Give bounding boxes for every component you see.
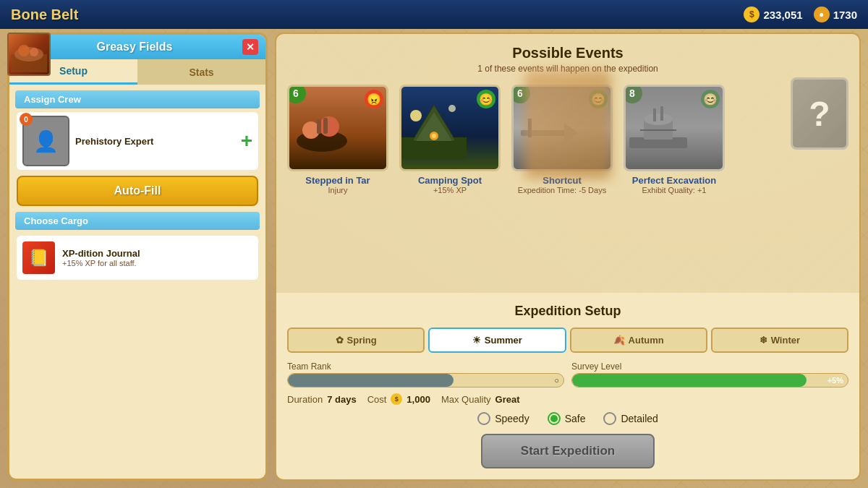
survey-level-container: Survey Level +5% [571,361,848,388]
svg-rect-8 [323,118,328,134]
event-image-tar: 6 😠 [287,85,388,171]
gold-resource: $ 233,051 [744,7,802,22]
event-smiley-excavation: 😊 [701,90,720,108]
expedition-info-row: Duration 7 days Cost $ 1,000 Max Quality… [287,393,848,405]
max-quality-value: Great [495,394,520,405]
autumn-icon: 🍂 [613,335,625,346]
top-bar: Bone Belt $ 233,051 ● 1730 [0,0,868,29]
resource-display: $ 233,051 ● 1730 [744,7,857,22]
summer-label: Summer [485,335,522,346]
speedy-label: Speedy [495,413,529,424]
detailed-radio [603,412,616,425]
crew-slot: 👤 0 [22,116,69,166]
team-rank-bar: ○ [287,373,564,388]
close-panel-button[interactable]: ✕ [242,39,258,55]
event-image-camping: 😊 [399,85,501,171]
crew-avatar-icon: 👤 [33,129,59,153]
safe-label: Safe [565,413,586,424]
cost-value: 1,000 [407,394,430,405]
event-name-tar: Stepped in Tar [287,175,388,186]
main-area: Possible Events 1 of these events will h… [275,33,861,481]
svg-rect-7 [317,119,321,134]
crew-row: 👤 0 Prehistory Expert + [17,112,258,170]
team-rank-fill [288,374,454,387]
season-spring-button[interactable]: ✿ Spring [287,328,425,353]
safe-radio [548,412,561,425]
events-title: Possible Events [287,45,848,61]
game-title: Bone Belt [11,7,78,23]
mode-detailed-button[interactable]: Detailed [603,412,658,425]
spring-label: Spring [347,335,377,346]
event-smiley-camping: 😊 [477,90,495,108]
cargo-section: 📒 XP-dition Journal +15% XP for all staf… [9,234,265,282]
cargo-name: XP-dition Journal [62,248,140,259]
winter-icon: ❄ [760,335,767,346]
duration-value: 7 days [327,394,356,405]
assign-crew-header: Assign Crew [15,90,260,108]
event-name-excavation: Perfect Excavation [624,175,725,186]
survey-level-label: Survey Level [571,361,848,372]
svg-point-3 [30,48,38,56]
expedition-mode-buttons: Speedy Safe Detailed [287,412,848,425]
tab-stats[interactable]: Stats [137,59,265,85]
add-crew-button[interactable]: + [241,129,252,153]
winter-label: Winter [771,335,800,346]
season-buttons: ✿ Spring ☀ Summer 🍂 Autumn ❄ Winter [287,328,848,353]
mode-speedy-button[interactable]: Speedy [477,412,529,425]
svg-rect-24 [660,106,663,121]
detailed-label: Detailed [621,413,658,424]
safe-radio-dot [550,415,558,422]
svg-point-15 [448,105,456,112]
event-name-camping: Camping Spot [399,175,501,186]
gold-icon: $ [744,7,760,22]
svg-point-22 [644,114,673,125]
auto-fill-button[interactable]: Auto-Fill [17,176,258,206]
cargo-item: 📒 XP-dition Journal +15% XP for all staf… [17,236,258,280]
cargo-desc: +15% XP for all staff. [62,259,140,267]
season-autumn-button[interactable]: 🍂 Autumn [570,328,707,353]
svg-point-13 [432,134,436,138]
location-thumbnail [7,33,51,76]
duration-label: Duration [287,394,323,405]
choose-cargo-header: Choose Cargo [15,212,260,230]
spring-icon: ✿ [336,335,344,346]
survey-level-bar: +5% [571,373,848,388]
gem-icon: ● [814,7,830,22]
max-quality-label: Max Quality [441,394,491,405]
location-thumb-image [9,34,49,74]
event-card-camping: 😊 Camping Spot +15% XP [399,85,501,194]
survey-level-fill [572,374,807,387]
survey-bonus: +5% [827,376,843,385]
mode-safe-button[interactable]: Safe [548,412,586,425]
duration-info: Duration 7 days [287,393,357,405]
speedy-radio [477,412,490,425]
team-rank-container: Team Rank ○ [287,361,564,388]
autumn-label: Autumn [629,335,664,346]
season-winter-button[interactable]: ❄ Winter [711,328,848,353]
question-card: ? [791,77,848,150]
cargo-icon: 📒 [22,241,55,274]
event-detail-camping: +15% XP [399,186,501,194]
event-detail-tar: Injury [287,186,388,194]
event-card-excavation: 8 😊 Perfect Excavation Exhibit Quality: … [624,85,725,194]
summer-icon: ☀ [472,335,481,346]
gold-value: 233,051 [763,9,802,21]
hidden-event-card [524,70,611,179]
gem-resource: ● 1730 [814,7,857,22]
event-detail-shortcut: Expedition Time: -5 Days [511,186,613,194]
cargo-info: XP-dition Journal +15% XP for all staff. [62,248,140,267]
crew-name: Prehistory Expert [75,136,153,147]
events-panel: Possible Events 1 of these events will h… [275,33,861,293]
start-expedition-button[interactable]: Start Expedition [481,434,655,468]
max-quality-info: Max Quality Great [441,393,520,405]
crew-badge: 0 [20,113,33,126]
event-detail-excavation: Exhibit Quality: +1 [624,186,725,194]
cost-info: Cost $ 1,000 [367,393,430,405]
setup-title: Expedition Setup [287,304,848,319]
svg-point-2 [18,45,30,56]
event-image-excavation: 8 😊 [624,85,725,171]
gem-value: 1730 [833,9,857,21]
svg-rect-23 [653,108,656,121]
season-summer-button[interactable]: ☀ Summer [428,328,566,353]
stats-row: Team Rank ○ Survey Level +5% [287,361,848,388]
